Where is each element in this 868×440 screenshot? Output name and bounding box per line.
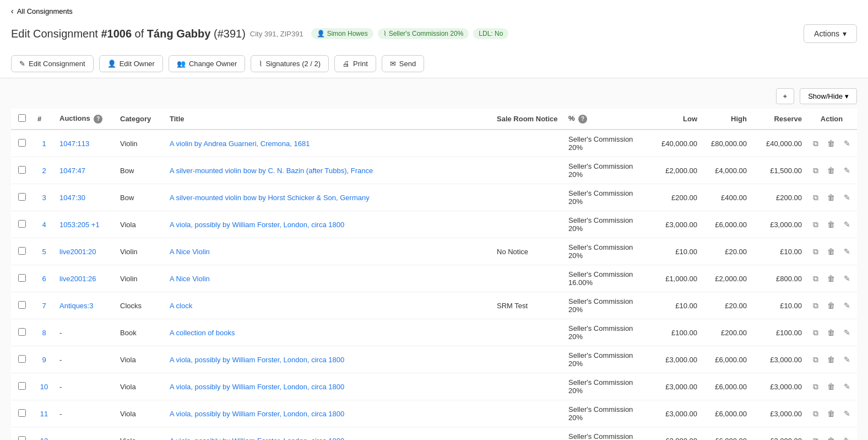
back-link[interactable]: ‹ All Consignments — [0, 0, 868, 20]
row-auction-link[interactable]: live2001:26 — [59, 275, 96, 283]
row-checkbox-6[interactable] — [18, 274, 26, 282]
row-auction-link[interactable]: 1047:113 — [59, 139, 89, 148]
edit-icon[interactable]: ✎ — [842, 246, 853, 257]
row-num-link[interactable]: 1 — [42, 139, 46, 148]
row-checkbox-12[interactable] — [18, 436, 26, 441]
row-checkbox-4[interactable] — [18, 220, 26, 228]
row-auction-link[interactable]: live2001:20 — [59, 248, 96, 256]
col-header-category: Category — [116, 109, 165, 130]
row-num-link[interactable]: 6 — [42, 275, 46, 283]
row-title-link[interactable]: A collection of books — [170, 329, 235, 337]
copy-icon[interactable]: ⧉ — [811, 192, 821, 203]
row-num-link[interactable]: 3 — [42, 194, 46, 202]
print-button[interactable]: 🖨 Print — [334, 55, 376, 72]
delete-icon[interactable]: 🗑 — [825, 354, 837, 365]
delete-icon[interactable]: 🗑 — [825, 219, 837, 230]
row-title-link[interactable]: A viola, possibly by William Forster, Lo… — [170, 356, 344, 364]
row-title-link[interactable]: A Nice Violin — [170, 248, 210, 256]
row-actions: ⧉ 🗑 ✎ — [806, 319, 857, 346]
row-num-link[interactable]: 9 — [42, 356, 46, 364]
delete-icon[interactable]: 🗑 — [825, 192, 837, 203]
send-button[interactable]: ✉ Send — [382, 55, 424, 72]
row-num-link[interactable]: 8 — [42, 329, 46, 337]
edit-icon[interactable]: ✎ — [842, 435, 853, 440]
edit-icon[interactable]: ✎ — [842, 192, 853, 203]
row-title-link[interactable]: A silver-mounted violin bow by C. N. Baz… — [170, 167, 373, 175]
header-left: Edit Consignment #1006 of Táng Gabby (#3… — [11, 28, 508, 40]
actions-dropdown-button[interactable]: Actions ▾ — [804, 24, 857, 43]
show-hide-button[interactable]: Show/Hide ▾ — [800, 88, 857, 104]
edit-icon[interactable]: ✎ — [842, 381, 853, 392]
auctions-help-icon[interactable]: ? — [94, 115, 102, 124]
row-title-link[interactable]: A viola, possibly by William Forster, Lo… — [170, 383, 344, 391]
row-num-link[interactable]: 4 — [42, 221, 46, 229]
edit-icon[interactable]: ✎ — [842, 327, 853, 338]
row-auction-link[interactable]: 1047:30 — [59, 194, 85, 202]
edit-icon[interactable]: ✎ — [842, 408, 853, 419]
change-owner-button[interactable]: 👥 Change Owner — [169, 55, 245, 72]
row-title-link[interactable]: A viola, possibly by William Forster, Lo… — [170, 437, 344, 441]
delete-icon[interactable]: 🗑 — [825, 165, 837, 176]
row-num-link[interactable]: 10 — [40, 383, 48, 391]
row-checkbox-2[interactable] — [18, 166, 26, 174]
copy-icon[interactable]: ⧉ — [811, 327, 821, 339]
add-row-button[interactable]: + — [776, 88, 795, 104]
row-checkbox-11[interactable] — [18, 409, 26, 417]
row-num-link[interactable]: 11 — [40, 410, 48, 418]
row-checkbox-9[interactable] — [18, 355, 26, 363]
row-high: £6,000.00 — [702, 427, 751, 441]
row-title-link[interactable]: A Nice Violin — [170, 275, 210, 283]
row-auction-link[interactable]: 1047:47 — [59, 167, 85, 175]
row-num-link[interactable]: 2 — [42, 167, 46, 175]
edit-icon[interactable]: ✎ — [842, 300, 853, 311]
edit-icon[interactable]: ✎ — [842, 219, 853, 230]
signatures-button[interactable]: ⌇ Signatures (2 / 2) — [251, 55, 329, 72]
row-title-link[interactable]: A clock — [170, 302, 192, 310]
col-header-action: Action — [806, 109, 857, 130]
row-checkbox-5[interactable] — [18, 247, 26, 255]
delete-icon[interactable]: 🗑 — [825, 435, 837, 440]
delete-icon[interactable]: 🗑 — [825, 300, 837, 311]
delete-icon[interactable]: 🗑 — [825, 246, 837, 257]
row-title-link[interactable]: A viola, possibly by William Forster, Lo… — [170, 410, 344, 418]
delete-icon[interactable]: 🗑 — [825, 408, 837, 419]
row-num-link[interactable]: 5 — [42, 248, 46, 256]
select-all-checkbox[interactable] — [18, 114, 26, 122]
edit-icon[interactable]: ✎ — [842, 354, 853, 365]
col-header-pct: % ? — [564, 109, 652, 130]
copy-icon[interactable]: ⧉ — [811, 435, 821, 441]
copy-icon[interactable]: ⧉ — [811, 354, 821, 366]
row-checkbox-3[interactable] — [18, 193, 26, 201]
edit-owner-button[interactable]: 👤 Edit Owner — [99, 55, 163, 72]
row-title-link[interactable]: A violin by Andrea Guarneri, Cremona, 16… — [170, 139, 310, 148]
row-checkbox-1[interactable] — [18, 139, 26, 147]
row-num-link[interactable]: 12 — [40, 437, 48, 441]
row-checkbox-10[interactable] — [18, 382, 26, 390]
row-num-link[interactable]: 7 — [42, 302, 46, 310]
row-auction-link[interactable]: Antiques:3 — [59, 302, 93, 310]
copy-icon[interactable]: ⧉ — [811, 165, 821, 176]
pct-help-icon[interactable]: ? — [578, 115, 587, 124]
delete-icon[interactable]: 🗑 — [825, 138, 837, 149]
row-title-link[interactable]: A viola, possibly by William Forster, Lo… — [170, 221, 344, 229]
row-num: 12 — [33, 427, 55, 441]
delete-icon[interactable]: 🗑 — [825, 381, 837, 392]
edit-icon[interactable]: ✎ — [842, 138, 853, 149]
row-title-link[interactable]: A silver-mounted violin bow by Horst Sch… — [170, 194, 370, 202]
copy-icon[interactable]: ⧉ — [811, 300, 821, 312]
copy-icon[interactable]: ⧉ — [811, 219, 821, 230]
edit-icon[interactable]: ✎ — [842, 273, 853, 284]
copy-icon[interactable]: ⧉ — [811, 381, 821, 393]
edit-icon[interactable]: ✎ — [842, 165, 853, 176]
row-checkbox-7[interactable] — [18, 301, 26, 309]
copy-icon[interactable]: ⧉ — [811, 246, 821, 257]
edit-consignment-button[interactable]: ✎ Edit Consignment — [11, 55, 94, 72]
copy-icon[interactable]: ⧉ — [811, 273, 821, 285]
copy-icon[interactable]: ⧉ — [811, 408, 821, 420]
copy-icon[interactable]: ⧉ — [811, 138, 821, 149]
delete-icon[interactable]: 🗑 — [825, 327, 837, 338]
delete-icon[interactable]: 🗑 — [825, 273, 837, 284]
row-high: £400.00 — [702, 184, 751, 211]
row-auction-link[interactable]: 1053:205 +1 — [59, 221, 100, 229]
row-checkbox-8[interactable] — [18, 328, 26, 336]
